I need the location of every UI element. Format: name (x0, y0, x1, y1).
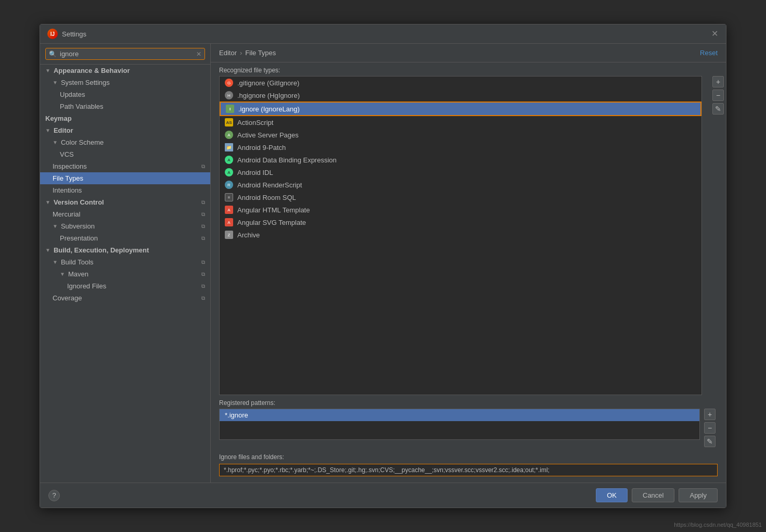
sidebar-item-coverage[interactable]: Coverage ⧉ (40, 292, 210, 304)
file-icon: R (225, 181, 233, 189)
breadcrumb-sep: › (240, 49, 242, 57)
main-panel: Editor › File Types Reset Recognized fil… (211, 44, 726, 483)
sidebar-item-build-tools[interactable]: ▼ Build Tools ⧉ (40, 256, 210, 268)
arrow-icon: ▼ (53, 259, 58, 265)
sidebar-item-file-types[interactable]: File Types (40, 172, 210, 184)
file-icon: A (225, 218, 233, 226)
arrow-icon: ▼ (60, 271, 65, 277)
sidebar-label: Updates (60, 91, 85, 98)
file-type-label: .gitignore (GitIgnore) (237, 79, 299, 87)
arrow-icon: ▼ (45, 247, 50, 253)
help-button[interactable]: ? (48, 490, 60, 501)
sidebar-item-inspections[interactable]: Inspections ⧉ (40, 160, 210, 172)
sidebar-item-system-settings[interactable]: ▼ System Settings (40, 77, 210, 88)
bottom-right: OK Cancel Apply (596, 488, 718, 502)
arrow-icon: ▼ (53, 140, 58, 145)
sidebar-item-ignored-files[interactable]: Ignored Files ⧉ (40, 280, 210, 292)
add-pattern-button[interactable]: + (704, 409, 716, 420)
file-type-label: Android IDL (237, 169, 273, 176)
list-item[interactable]: A Angular SVG Template (220, 216, 701, 229)
list-item[interactable]: Z Archive (220, 229, 701, 241)
sidebar-item-appearance-behavior[interactable]: ▼ Appearance & Behavior (40, 65, 210, 77)
ok-button[interactable]: OK (596, 488, 628, 502)
sidebar-item-build-execution-deployment[interactable]: ▼ Build, Execution, Deployment (40, 244, 210, 256)
cancel-button[interactable]: Cancel (632, 488, 674, 502)
sidebar-item-color-scheme[interactable]: ▼ Color Scheme (40, 136, 210, 148)
reset-button[interactable]: Reset (700, 49, 718, 57)
file-type-label: Android Room SQL (237, 194, 296, 201)
file-type-list: G .gitignore (GitIgnore) H .hgignore (Hg… (219, 76, 702, 395)
edit-pattern-button[interactable]: ✎ (704, 436, 716, 447)
file-type-label: Angular HTML Template (237, 206, 310, 214)
bottom-left: ? (48, 490, 60, 501)
sidebar-item-presentation[interactable]: Presentation ⧉ (40, 232, 210, 244)
list-item-ignore[interactable]: I .ignore (IgnoreLang) (220, 102, 701, 116)
file-type-label: Angular SVG Template (237, 219, 306, 226)
sidebar-label: Editor (54, 126, 73, 134)
list-item[interactable]: R Android RenderScript (220, 179, 701, 191)
sidebar-item-subversion[interactable]: ▼ Subversion ⧉ (40, 220, 210, 232)
file-types-section: Recognized file types: G .gitignore (Git… (211, 62, 726, 483)
copy-icon: ⧉ (201, 163, 205, 170)
list-item[interactable]: H .hgignore (HgIgnore) (220, 89, 701, 102)
list-item[interactable]: A Android Data Binding Expression (220, 154, 701, 166)
panel-content: Recognized file types: G .gitignore (Git… (211, 62, 726, 483)
sidebar-item-updates[interactable]: Updates (40, 88, 210, 100)
file-list-container: G .gitignore (GitIgnore) H .hgignore (Hg… (211, 76, 726, 395)
list-item[interactable]: A Active Server Pages (220, 129, 701, 141)
file-type-label: .ignore (IgnoreLang) (238, 105, 300, 113)
file-list-buttons: + − ✎ (710, 76, 726, 395)
list-item[interactable]: ≡ Android Room SQL (220, 191, 701, 204)
sidebar-label: File Types (53, 174, 83, 182)
sidebar-label: Mercurial (53, 210, 80, 218)
arrow-icon: ▼ (45, 68, 50, 73)
sidebar-item-editor[interactable]: ▼ Editor (40, 124, 210, 136)
ignore-input[interactable] (219, 464, 718, 476)
app-icon: IJ (47, 29, 58, 39)
sidebar-item-path-variables[interactable]: Path Variables (40, 100, 210, 112)
add-file-type-button[interactable]: + (712, 76, 724, 87)
sidebar-label: Intentions (53, 186, 82, 194)
edit-file-type-button[interactable]: ✎ (712, 103, 724, 115)
breadcrumb-part1: Editor (219, 49, 237, 57)
file-icon: H (225, 91, 233, 99)
clear-icon[interactable]: ✕ (196, 50, 201, 58)
file-icon: A (225, 131, 233, 139)
close-button[interactable]: ✕ (710, 30, 719, 38)
breadcrumb: Editor › File Types (219, 49, 276, 57)
file-icon: 📁 (225, 143, 233, 151)
file-type-label: ActionScript (237, 119, 273, 126)
sidebar-label: Path Variables (60, 103, 104, 110)
sidebar-item-vcs[interactable]: VCS (40, 148, 210, 160)
list-item[interactable]: A Android IDL (220, 166, 701, 179)
arrow-icon: ▼ (53, 80, 58, 85)
sidebar-item-version-control[interactable]: ▼ Version Control ⧉ (40, 196, 210, 208)
panel-header: Editor › File Types Reset (211, 44, 726, 62)
patterns-section: Registered patterns: *.ignore + − ✎ (211, 395, 726, 449)
sidebar-label: Maven (68, 270, 88, 278)
apply-button[interactable]: Apply (679, 488, 718, 502)
list-item[interactable]: A Angular HTML Template (220, 204, 701, 216)
remove-file-type-button[interactable]: − (712, 90, 724, 101)
dialog-body: 🔍 ✕ ▼ Appearance & Behavior ▼ System Set… (40, 44, 726, 483)
sidebar-label: System Settings (61, 79, 110, 86)
sidebar-item-maven[interactable]: ▼ Maven ⧉ (40, 268, 210, 280)
remove-pattern-button[interactable]: − (704, 422, 716, 434)
file-type-label: Android RenderScript (237, 181, 302, 189)
list-item[interactable]: 📁 Android 9-Patch (220, 141, 701, 154)
sidebar-item-intentions[interactable]: Intentions (40, 184, 210, 196)
sidebar-label: Color Scheme (61, 138, 104, 146)
copy-icon: ⧉ (201, 223, 205, 230)
sidebar: 🔍 ✕ ▼ Appearance & Behavior ▼ System Set… (40, 44, 211, 483)
file-icon: G (225, 79, 233, 87)
pattern-item[interactable]: *.ignore (220, 409, 699, 421)
copy-icon: ⧉ (201, 283, 205, 289)
sidebar-item-mercurial[interactable]: Mercurial ⧉ (40, 208, 210, 220)
arrow-icon: ▼ (45, 128, 50, 133)
list-item[interactable]: AS ActionScript (220, 116, 701, 129)
search-input[interactable] (60, 50, 193, 58)
list-item[interactable]: G .gitignore (GitIgnore) (220, 77, 701, 89)
title-bar-left: IJ Settings (47, 29, 86, 39)
title-bar: IJ Settings ✕ (40, 24, 726, 44)
sidebar-item-keymap[interactable]: Keymap (40, 112, 210, 124)
